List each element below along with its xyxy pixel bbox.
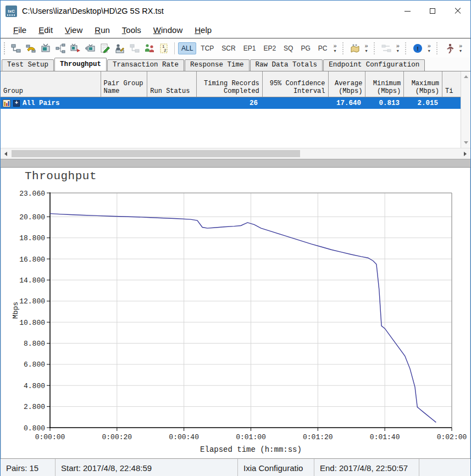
add-hardware-video-icon bbox=[85, 43, 96, 54]
menu-file[interactable]: File bbox=[7, 25, 32, 35]
chevron-more-icon: » bbox=[459, 43, 462, 48]
add-pair-group-icon bbox=[55, 43, 66, 54]
compare-overflow-button[interactable]: » ▾ bbox=[394, 43, 402, 53]
add-voip-pair-icon bbox=[25, 43, 36, 54]
add-pair-group-button[interactable] bbox=[53, 41, 68, 56]
add-multicast-video-button[interactable] bbox=[68, 41, 82, 56]
tab-throughput[interactable]: Throughput bbox=[54, 58, 107, 71]
toolbar: 1 2 ALL TCP SCR EP1 EP2 SQ PG PC » ▾ » ▾ bbox=[1, 38, 470, 58]
renumber-pairs-button[interactable]: 1 2 bbox=[157, 41, 171, 56]
close-button[interactable] bbox=[445, 1, 470, 21]
minimize-icon bbox=[404, 11, 411, 12]
menu-tools[interactable]: Tools bbox=[116, 25, 147, 35]
chevron-down-icon: ▾ bbox=[428, 48, 430, 53]
column-header-pair-group-name[interactable]: Pair Group Name bbox=[101, 71, 148, 97]
filter-scr-button[interactable]: SCR bbox=[218, 42, 239, 54]
add-multicast-video-icon bbox=[70, 43, 81, 54]
status-config: Ixia Configuratio bbox=[238, 459, 314, 476]
sign-test-button[interactable] bbox=[112, 41, 127, 56]
svg-text:0:01:00: 0:01:00 bbox=[236, 433, 266, 441]
filter-ep2-button[interactable]: EP2 bbox=[260, 42, 279, 54]
tab-raw-data-totals[interactable]: Raw Data Totals bbox=[250, 59, 323, 71]
filter-pc-button[interactable]: PC bbox=[315, 42, 331, 54]
maximize-button[interactable] bbox=[420, 1, 445, 21]
minimize-button[interactable] bbox=[395, 1, 420, 21]
svg-text:!: ! bbox=[416, 46, 420, 52]
expand-row-button[interactable]: + bbox=[13, 100, 20, 107]
chevron-more-icon: » bbox=[396, 43, 400, 48]
edit-pair-icon bbox=[99, 43, 110, 54]
svg-text:16.800: 16.800 bbox=[19, 256, 45, 264]
svg-text:2.800: 2.800 bbox=[24, 403, 45, 411]
column-header-average[interactable]: Average (Mbps) bbox=[329, 71, 366, 97]
scroll-down-icon[interactable] bbox=[464, 141, 468, 144]
tab-test-setup[interactable]: Test Setup bbox=[2, 59, 54, 71]
info-overflow-button[interactable]: » ▾ bbox=[425, 43, 433, 53]
table-row-all-pairs[interactable]: + All Pairs 26 17.640 0.813 2.015 bbox=[1, 97, 461, 109]
svg-text:23.060: 23.060 bbox=[19, 190, 45, 198]
column-header-run-status[interactable]: Run Status bbox=[147, 71, 197, 97]
scroll-right-icon[interactable] bbox=[464, 152, 467, 156]
add-voip-pair-button[interactable] bbox=[23, 41, 38, 56]
chevron-more-icon: » bbox=[428, 43, 431, 48]
column-header-minimum[interactable]: Minimum (Mbps) bbox=[365, 71, 404, 97]
new-test-icon bbox=[350, 43, 361, 54]
test-info-button[interactable]: ! bbox=[411, 41, 425, 56]
copy-pair-icon bbox=[129, 43, 140, 54]
tab-response-time[interactable]: Response Time bbox=[185, 59, 250, 71]
renumber-pairs-icon: 1 2 bbox=[159, 43, 170, 54]
new-test-overflow-button[interactable]: » ▾ bbox=[363, 43, 370, 53]
scroll-up-icon[interactable] bbox=[464, 75, 468, 78]
svg-text:2: 2 bbox=[164, 48, 167, 53]
table-header-row: Group Pair Group Name Run Status Timing … bbox=[1, 71, 461, 97]
toolbar-grip[interactable] bbox=[4, 42, 6, 54]
menu-window[interactable]: Window bbox=[147, 25, 189, 35]
status-pairs: Pairs: 15 bbox=[1, 459, 56, 476]
filter-sq-button[interactable]: SQ bbox=[280, 42, 296, 54]
menu-run[interactable]: Run bbox=[88, 25, 116, 35]
column-header-timing-records[interactable]: Timing Records Completed bbox=[197, 71, 263, 97]
add-pair-button[interactable] bbox=[8, 41, 23, 56]
title-bar: IxC C:\Users\lizar\Desktop\HD\2G 5S RX.t… bbox=[1, 1, 470, 21]
chevron-more-icon: » bbox=[333, 43, 336, 48]
tab-bar: Test Setup Throughput Transaction Rate R… bbox=[1, 58, 470, 71]
chart-panel: Throughput 23.06020.80018.80016.80014.80… bbox=[1, 168, 470, 458]
horizontal-scrollbar-thumb[interactable] bbox=[12, 150, 300, 157]
toolbar-group-separator bbox=[342, 42, 345, 54]
horizontal-scrollbar[interactable] bbox=[1, 148, 470, 159]
vertical-scrollbar[interactable] bbox=[461, 71, 470, 148]
scroll-left-icon[interactable] bbox=[4, 152, 7, 156]
filter-ep1-button[interactable]: EP1 bbox=[240, 42, 259, 54]
column-header-confidence[interactable]: 95% Confidence Interval bbox=[263, 71, 329, 97]
tab-transaction-rate[interactable]: Transaction Rate bbox=[107, 59, 184, 71]
filter-all-button[interactable]: ALL bbox=[178, 42, 196, 54]
menu-bar: File Edit View Run Tools Window Help bbox=[1, 21, 470, 38]
status-start-time: Start: 2017/4/8, 22:48:59 bbox=[56, 459, 238, 476]
run-test-button[interactable] bbox=[442, 41, 457, 56]
window-title: C:\Users\lizar\Desktop\HD\2G 5S RX.tst bbox=[22, 7, 164, 15]
tab-endpoint-configuration[interactable]: Endpoint Configuration bbox=[323, 59, 425, 71]
swap-endpoints-button[interactable] bbox=[142, 41, 157, 56]
filter-tcp-button[interactable]: TCP bbox=[197, 42, 217, 54]
column-header-group[interactable]: Group bbox=[1, 71, 101, 97]
menu-view[interactable]: View bbox=[59, 25, 88, 35]
column-header-ti[interactable]: Ti bbox=[442, 71, 461, 97]
filter-overflow-button[interactable]: » ▾ bbox=[331, 43, 339, 53]
add-video-pair-icon bbox=[40, 43, 51, 54]
add-hardware-video-button[interactable] bbox=[82, 41, 97, 56]
svg-text:Mbps: Mbps bbox=[12, 302, 20, 319]
new-test-button[interactable] bbox=[348, 41, 363, 56]
run-overflow-button[interactable]: » ▾ bbox=[457, 43, 464, 53]
throughput-chart: 23.06020.80018.80016.80014.80012.80010.8… bbox=[1, 168, 471, 458]
add-video-pair-button[interactable] bbox=[38, 41, 53, 56]
menu-help[interactable]: Help bbox=[189, 25, 218, 35]
menu-edit[interactable]: Edit bbox=[32, 25, 59, 35]
maximize-icon bbox=[430, 8, 435, 14]
pane-splitter[interactable] bbox=[1, 159, 470, 168]
filter-pg-button[interactable]: PG bbox=[297, 42, 313, 54]
edit-pair-button[interactable] bbox=[97, 41, 112, 56]
maximum-cell: 2.015 bbox=[405, 99, 444, 107]
column-header-maximum[interactable]: Maximum (Mbps) bbox=[404, 71, 442, 97]
compare-pairs-button[interactable] bbox=[379, 41, 394, 56]
copy-pair-button[interactable] bbox=[127, 41, 142, 56]
